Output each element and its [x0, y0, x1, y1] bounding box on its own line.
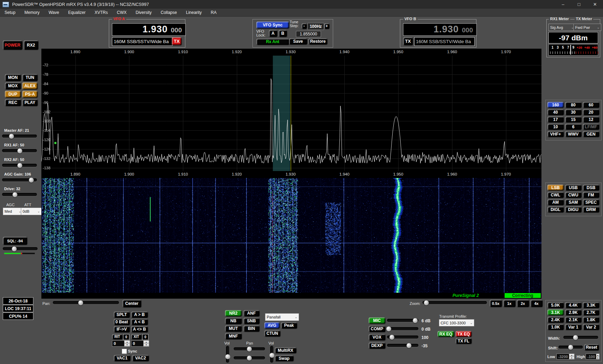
band-12-button[interactable]: 12 [583, 116, 599, 122]
slider-thumb[interactable] [29, 178, 34, 183]
slider-track[interactable] [2, 149, 37, 152]
menu-memory[interactable]: Memory [20, 10, 44, 15]
band-80-button[interactable]: 80 [565, 102, 581, 108]
slider-track[interactable] [2, 178, 37, 181]
zoom-1x-button[interactable]: 1x [503, 300, 515, 307]
mode-usb-button[interactable]: USB [565, 185, 581, 191]
rx2-pan-slider[interactable] [234, 356, 265, 359]
mode-cwl-button[interactable]: CWL [547, 192, 564, 198]
band-20-button[interactable]: 20 [583, 109, 599, 115]
band-vhf-button[interactable]: VHF+ [547, 131, 564, 137]
zoom-4x-button[interactable]: 4x [530, 300, 542, 307]
zoom-display-slider[interactable] [423, 301, 487, 304]
mode-digl-button[interactable]: DIGL [547, 207, 564, 212]
ps-a-button[interactable]: PS-A [22, 91, 38, 98]
rit-button[interactable]: RIT [112, 334, 122, 339]
vfo-lock-b-button[interactable]: B [279, 30, 287, 37]
sql-thumb[interactable] [12, 246, 17, 251]
slider-thumb[interactable] [17, 148, 22, 153]
spin-down-icon[interactable]: ▼ [569, 357, 574, 359]
slider-track[interactable] [2, 164, 37, 167]
filter-high-spinner[interactable]: -100 ▲▼ [586, 354, 600, 359]
filter-1-8k-button[interactable]: 1.8K [583, 317, 599, 323]
filter-1-0k-button[interactable]: 1.0K [547, 324, 564, 330]
zoom-thumb[interactable] [424, 300, 429, 305]
filter-3-1k-button[interactable]: 3.1K [547, 309, 564, 315]
mic-thumb[interactable] [413, 318, 418, 323]
comp-button[interactable]: COMP [369, 326, 385, 332]
mode-digu-button[interactable]: DIGU [565, 207, 581, 212]
pan-display-slider[interactable] [53, 301, 119, 304]
rx2-vol-thumb[interactable] [270, 353, 274, 358]
tx-eq-button[interactable]: TX EQ [456, 331, 472, 337]
mode-fm-button[interactable]: FM [583, 192, 599, 198]
menu-wave[interactable]: Wave [44, 10, 64, 15]
avg-button[interactable]: AVG [264, 322, 280, 329]
swap-button[interactable]: Swap [275, 355, 294, 361]
alex-button[interactable]: ALEX [22, 82, 38, 89]
band-17-button[interactable]: 17 [547, 116, 564, 122]
zero-beat-button[interactable]: 0 Beat [114, 319, 130, 325]
shift-reset-button[interactable]: Reset [584, 344, 599, 350]
band-15-button[interactable]: 15 [565, 116, 581, 122]
restore-button[interactable]: Restore [308, 38, 327, 45]
mode-lsb-button[interactable]: LSB [547, 185, 564, 191]
vac2-button[interactable]: VAC2 [132, 355, 149, 361]
filter-var-2-button[interactable]: Var 2 [583, 324, 599, 330]
width-thumb[interactable] [573, 335, 578, 340]
slider-thumb[interactable] [17, 163, 22, 168]
spin-down-icon[interactable]: ▼ [124, 344, 130, 347]
close-button[interactable]: ✕ [587, 2, 603, 7]
spin-up-icon[interactable]: ▲ [124, 341, 130, 344]
rx-eq-button[interactable]: RX EQ [437, 331, 454, 337]
vfo-a-frequency-display[interactable]: 1.930 000 [112, 23, 186, 36]
vfo-b-band-text[interactable]: 160M SSB/SSTV/Wide Ba [414, 37, 475, 46]
mode-drm-button[interactable]: DRM [583, 207, 599, 212]
slider-track[interactable] [2, 135, 37, 138]
menu-equalizer[interactable]: Equalizer [64, 10, 90, 15]
vfo-a-tx-button[interactable]: TX [172, 37, 182, 45]
rx2-vol-slider[interactable] [270, 346, 273, 363]
rec-button[interactable]: REC [5, 99, 21, 106]
menu-collapse[interactable]: Collapse [156, 10, 182, 15]
mut-button[interactable]: MUT [225, 325, 242, 332]
filter-4-4k-button[interactable]: 4.4K [565, 302, 581, 308]
split-button[interactable]: SPLT [114, 312, 130, 318]
rit-spinner-arrows[interactable]: ▲▼ [124, 340, 130, 347]
filter-width-slider[interactable] [563, 336, 598, 339]
mnf-button[interactable]: MNF [225, 333, 242, 339]
zoom-2x-button[interactable]: 2x [517, 300, 529, 307]
att-dropdown[interactable]: 0dB⌄ [21, 208, 42, 215]
band-40-button[interactable]: 40 [547, 109, 564, 115]
menu-linearity[interactable]: Linearity [182, 10, 206, 15]
mon-button[interactable]: MON [5, 74, 21, 81]
vox-thumb[interactable] [389, 335, 394, 340]
ctun-button[interactable]: CTUN [264, 330, 280, 337]
vox-button[interactable]: VOX [369, 334, 385, 340]
rx1-pan-slider[interactable] [234, 347, 265, 350]
rx1-vol-slider[interactable] [226, 346, 229, 363]
filter-2-4k-button[interactable]: 2.4K [547, 317, 564, 323]
filter-3-3k-button[interactable]: 3.3K [583, 302, 599, 308]
multirx-button[interactable]: MultiRX [275, 347, 296, 353]
a-to-b-button[interactable]: A > B [131, 312, 148, 318]
spectrum-display[interactable] [41, 56, 541, 171]
rx1-meter-dropdown[interactable]: Sig Avg⌄ [548, 24, 576, 31]
spin-up-icon[interactable]: ▲ [596, 354, 599, 357]
band-60-button[interactable]: 60 [583, 102, 599, 108]
menu-cwx[interactable]: CWX [112, 10, 131, 15]
dexp-thumb[interactable] [407, 343, 411, 348]
filter-2-1k-button[interactable]: 2.1K [565, 317, 581, 323]
band-30-button[interactable]: 30 [565, 109, 581, 115]
mode-am-button[interactable]: AM [547, 199, 564, 205]
mode-cwu-button[interactable]: CWU [565, 192, 581, 198]
tun-button[interactable]: TUN [22, 74, 38, 81]
tx-meter-dropdown[interactable]: Fwd Pwr⌄ [573, 24, 601, 31]
dexp-button[interactable]: DEXP [369, 342, 385, 349]
filter-var-1-button[interactable]: Var 1 [565, 324, 581, 330]
vox-slider[interactable] [387, 335, 418, 339]
shift-thumb[interactable] [568, 345, 573, 350]
filter-5-0k-button[interactable]: 5.0K [547, 302, 564, 308]
band-10-button[interactable]: 10 [547, 124, 564, 130]
nr2-button[interactable]: NR2 [225, 310, 242, 316]
